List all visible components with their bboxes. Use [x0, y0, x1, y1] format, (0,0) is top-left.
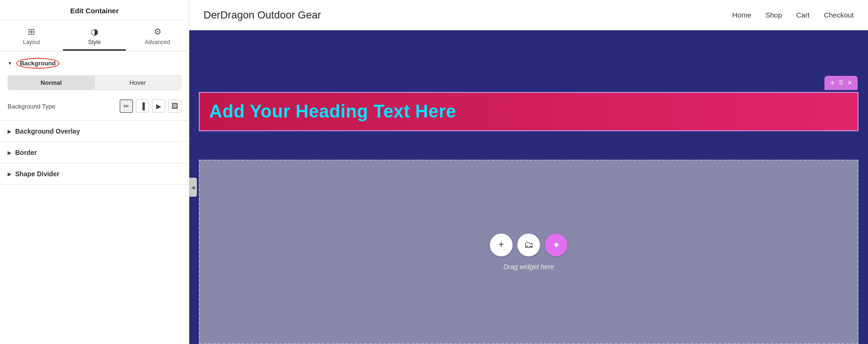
hover-btn[interactable]: Hover: [95, 76, 181, 90]
dropzone-buttons: + 🗂 ✦: [490, 234, 567, 256]
toolbar-close-btn[interactable]: ×: [848, 79, 852, 87]
tab-layout-label: Layout: [23, 39, 40, 45]
shape-divider-arrow-icon: ▶: [8, 172, 11, 177]
nav-cart[interactable]: Cart: [796, 11, 809, 19]
heading-toolbar: + ⠿ ×: [824, 76, 858, 90]
background-section-header[interactable]: ▼ Background: [0, 51, 189, 75]
dropzone-label: Drag widget here: [504, 263, 554, 271]
site-title: DerDragon Outdoor Gear: [204, 9, 732, 21]
nav-checkout[interactable]: Checkout: [824, 11, 854, 19]
background-label: Background: [16, 58, 60, 69]
tab-style-label: Style: [88, 39, 101, 45]
advanced-icon: ⚙: [154, 27, 161, 37]
top-nav: DerDragon Outdoor Gear Home Shop Cart Ch…: [189, 0, 868, 30]
bg-type-image[interactable]: 🖼: [168, 100, 181, 113]
bg-type-label: Background Type: [8, 103, 114, 110]
background-overlay-label: Background Overlay: [15, 127, 80, 135]
background-type-row: Background Type ✏ ▐ ▶ 🖼: [0, 96, 189, 120]
background-arrow-icon: ▼: [8, 61, 12, 66]
collapse-handle[interactable]: ◀: [189, 178, 197, 197]
style-icon: ◑: [91, 27, 98, 37]
layout-icon: ⊞: [28, 27, 35, 37]
canvas-top-space: [189, 30, 868, 92]
tabs-row: ⊞ Layout ◑ Style ⚙ Advanced: [0, 20, 189, 51]
border-label: Border: [15, 149, 37, 156]
panel-title: Edit Container: [0, 0, 189, 20]
bg-type-columns[interactable]: ▐: [136, 100, 149, 113]
overlay-arrow-icon: ▶: [8, 129, 11, 134]
bg-type-icons: ✏ ▐ ▶ 🖼: [120, 100, 181, 113]
bg-type-pencil[interactable]: ✏: [120, 100, 133, 113]
toolbar-add-btn[interactable]: +: [830, 79, 834, 87]
nav-links: Home Shop Cart Checkout: [732, 11, 854, 19]
tab-layout[interactable]: ⊞ Layout: [0, 24, 63, 51]
shape-divider-label: Shape Divider: [15, 170, 59, 178]
normal-btn[interactable]: Normal: [8, 76, 95, 90]
tab-style[interactable]: ◑ Style: [63, 24, 126, 51]
normal-hover-toggle: Normal Hover: [8, 75, 181, 90]
main-area: DerDragon Outdoor Gear Home Shop Cart Ch…: [189, 0, 868, 344]
left-panel: Edit Container ⊞ Layout ◑ Style ⚙ Advanc…: [0, 0, 189, 344]
canvas-mid-space: [189, 131, 868, 160]
border-section[interactable]: ▶ Border: [0, 142, 189, 163]
border-arrow-icon: ▶: [8, 150, 11, 155]
nav-shop[interactable]: Shop: [765, 11, 782, 19]
nav-home[interactable]: Home: [732, 11, 751, 19]
tab-advanced[interactable]: ⚙ Advanced: [126, 24, 189, 51]
shape-divider-section[interactable]: ▶ Shape Divider: [0, 163, 189, 185]
canvas: ◀ + ⠿ × Add Your Heading Text Here + 🗂 ✦…: [189, 30, 868, 344]
tab-advanced-label: Advanced: [145, 39, 170, 45]
dropzone-magic-btn[interactable]: ✦: [545, 234, 567, 256]
dropzone-folder-btn[interactable]: 🗂: [517, 234, 540, 256]
toolbar-drag-icon[interactable]: ⠿: [839, 79, 844, 87]
bg-type-video[interactable]: ▶: [152, 100, 165, 113]
background-overlay-section[interactable]: ▶ Background Overlay: [0, 121, 189, 142]
background-section: ▼ Background Normal Hover Background Typ…: [0, 51, 189, 121]
heading-container[interactable]: + ⠿ × Add Your Heading Text Here: [199, 92, 859, 131]
widget-dropzone[interactable]: + 🗂 ✦ Drag widget here: [199, 160, 859, 344]
dropzone-add-btn[interactable]: +: [490, 234, 513, 256]
heading-text[interactable]: Add Your Heading Text Here: [200, 93, 858, 130]
